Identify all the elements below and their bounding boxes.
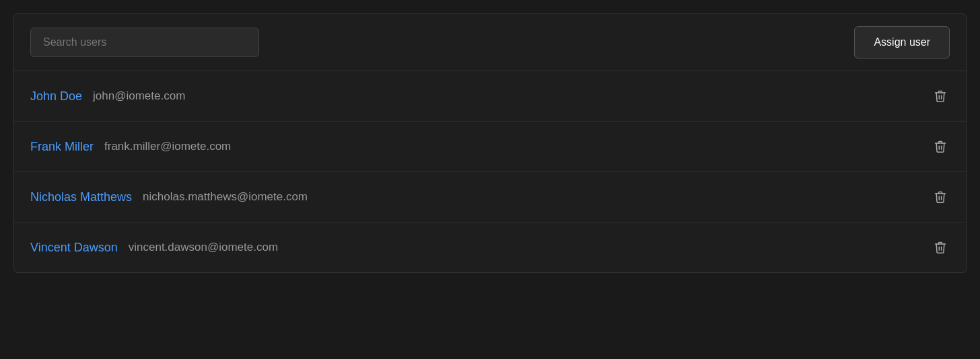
user-info: Vincent Dawson vincent.dawson@iomete.com bbox=[30, 241, 278, 255]
delete-user-button[interactable] bbox=[931, 136, 950, 157]
table-row: Nicholas Matthews nicholas.matthews@iome… bbox=[14, 172, 966, 223]
table-row: Vincent Dawson vincent.dawson@iomete.com bbox=[14, 223, 966, 272]
table-row: John Doe john@iomete.com bbox=[14, 71, 966, 122]
assign-user-button[interactable]: Assign user bbox=[854, 26, 950, 58]
delete-user-button[interactable] bbox=[931, 86, 950, 106]
search-input[interactable] bbox=[30, 28, 259, 57]
toolbar: Assign user bbox=[14, 14, 966, 71]
trash-icon bbox=[934, 139, 947, 154]
user-info: Nicholas Matthews nicholas.matthews@iome… bbox=[30, 190, 308, 204]
user-email: john@iomete.com bbox=[93, 89, 185, 103]
user-list: John Doe john@iomete.com Frank Miller fr… bbox=[14, 71, 966, 272]
delete-user-button[interactable] bbox=[931, 187, 950, 207]
trash-icon bbox=[934, 240, 947, 255]
user-name: Nicholas Matthews bbox=[30, 190, 132, 204]
delete-user-button[interactable] bbox=[931, 237, 950, 257]
users-panel: Assign user John Doe john@iomete.com Fra… bbox=[13, 13, 967, 273]
user-email: vincent.dawson@iomete.com bbox=[129, 241, 278, 254]
user-name: John Doe bbox=[30, 89, 82, 104]
trash-icon bbox=[934, 89, 947, 104]
user-info: Frank Miller frank.miller@iomete.com bbox=[30, 140, 231, 154]
user-info: John Doe john@iomete.com bbox=[30, 89, 185, 104]
trash-icon bbox=[934, 190, 947, 204]
user-email: nicholas.matthews@iomete.com bbox=[143, 190, 308, 204]
user-email: frank.miller@iomete.com bbox=[104, 140, 231, 153]
user-name: Frank Miller bbox=[30, 140, 94, 154]
user-name: Vincent Dawson bbox=[30, 241, 118, 255]
table-row: Frank Miller frank.miller@iomete.com bbox=[14, 122, 966, 172]
